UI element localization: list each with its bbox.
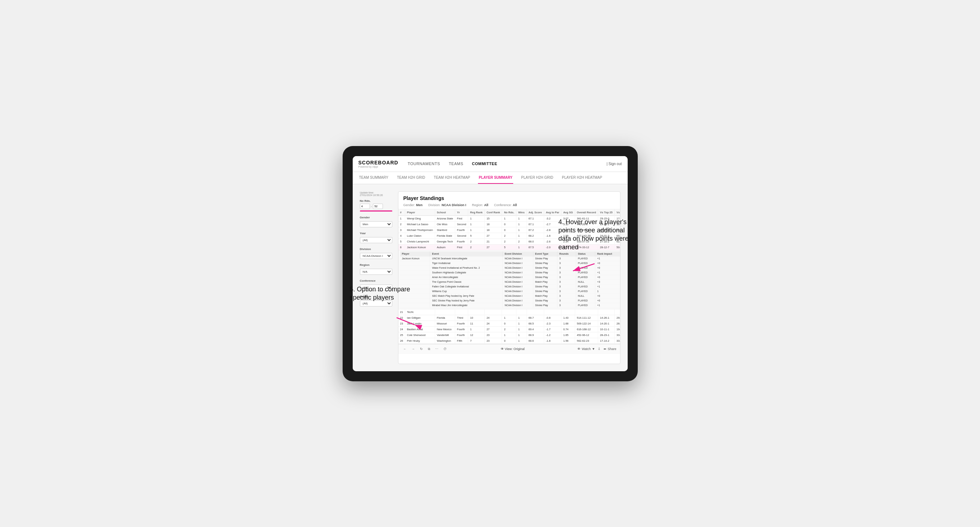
toolbar-refresh-btn[interactable]: ↻ — [418, 346, 424, 351]
year-select[interactable]: (All) — [360, 237, 392, 243]
logo-text: SCOREBOARD — [358, 160, 398, 165]
rds-to-input[interactable] — [373, 203, 383, 209]
gender-select[interactable]: Men — [360, 221, 392, 227]
app-header: SCOREBOARD Powered by clippi TOURNAMENTS… — [353, 156, 628, 172]
col-vs-top25: Vs Top 25 — [598, 210, 615, 216]
region-tag: Region: All — [472, 203, 488, 207]
filter-range-row: - — [360, 203, 392, 209]
sub-table-row-item: Tiger Invitational NCAA Division I Strok… — [400, 261, 620, 265]
sub-table: Player Event Event Division Event Type R… — [400, 251, 620, 308]
watch-btn[interactable]: 👁 Watch ▼ — [577, 347, 595, 351]
division-tag: Division: NCAA Division I — [428, 203, 466, 207]
range-fill — [360, 210, 392, 211]
sub-table-row-item: Williams Cup NCAA Division I Stroke Play… — [400, 289, 620, 294]
sub-table-row-item: SEC Match Play hosted by Jerry Pate NCAA… — [400, 294, 620, 298]
logo-sub: Powered by clippi — [358, 165, 398, 168]
region-select[interactable]: N/A — [360, 269, 392, 275]
view-icon: 👁 — [501, 347, 504, 351]
toolbar-view[interactable]: 👁 View: Original — [501, 347, 525, 351]
filter-no-rds: No Rds. - — [360, 199, 392, 211]
sub-table-row-item: Amer An Intercollegiate NCAA Division I … — [400, 275, 620, 279]
watch-icon: 👁 — [577, 347, 581, 351]
subnav-team-h2h-grid[interactable]: TEAM H2H GRID — [396, 172, 426, 184]
logo-area: SCOREBOARD Powered by clippi — [358, 160, 398, 168]
share-btn[interactable]: ⬅ Share — [603, 347, 616, 351]
col-yr: Yr — [455, 210, 468, 216]
division-select[interactable]: NCAA Division I — [360, 253, 392, 259]
filter-gender: Gender Men — [360, 216, 392, 227]
table-container: Player Standings Gender: Men Division: N… — [398, 191, 620, 364]
range-bar[interactable] — [360, 210, 392, 211]
sub-table-head: Player Event Event Division Event Type R… — [400, 251, 620, 257]
subnav-player-h2h-heatmap[interactable]: PLAYER H2H HEATMAP — [561, 172, 603, 184]
col-player: Player — [405, 210, 435, 216]
toolbar-clock-btn[interactable]: ⏱ — [442, 346, 448, 351]
filter-region: Region N/A — [360, 264, 392, 275]
right-annotation: 4. Hover over a player's points to see a… — [558, 218, 630, 252]
header-right: | Sign out — [606, 162, 622, 166]
download-icon: ⇩ — [598, 347, 601, 351]
toolbar-right: 👁 Watch ▼ ⇩ ⬅ Share — [577, 347, 616, 351]
col-avg-to-par: Avg to Par — [544, 210, 561, 216]
rds-from-input[interactable] — [360, 203, 370, 209]
filter-year: Year (All) — [360, 232, 392, 243]
tablet-frame: SCOREBOARD Powered by clippi TOURNAMENTS… — [343, 146, 638, 381]
share-icon: ⬅ — [603, 347, 606, 351]
col-avg-sg: Avg SG — [561, 210, 575, 216]
tablet-screen: SCOREBOARD Powered by clippi TOURNAMENTS… — [353, 156, 628, 371]
toolbar-more-btn[interactable]: ⋯ — [434, 346, 440, 351]
toolbar-back-btn[interactable]: ← — [402, 346, 408, 351]
download-btn[interactable]: ⇩ — [598, 347, 601, 351]
toolbar-copy-btn[interactable]: ⧉ — [426, 346, 431, 352]
toolbar: ← → ↻ ⧉ ⋯ ⏱ 👁 View: Original — [398, 344, 620, 354]
table-row: 22 Ian Gilligan Florida Third 10 24 1 1 … — [398, 315, 620, 321]
col-conf-rank: Conf Rank — [484, 210, 502, 216]
sub-table-row-item: Southern Highlands Collegiate NCAA Divis… — [400, 270, 620, 275]
sub-table-row-item: The Cypress Point Classic NCAA Division … — [400, 279, 620, 284]
watch-dropdown-icon: ▼ — [592, 347, 595, 351]
filters-sidebar: Update time: 27/01/2024 16:56:26 No Rds.… — [360, 191, 392, 364]
table-row: 26 Petr Hruby Washington Fifth 7 23 0 1 … — [398, 338, 620, 344]
update-time: Update time: 27/01/2024 16:56:26 — [360, 191, 392, 197]
sub-table-row-item: Mirabel Maui Jim Intercollegiate NCAA Di… — [400, 303, 620, 308]
table-row: 24 Bastien Amat New Mexico Fourth 1 27 2… — [398, 326, 620, 332]
table-row: 25 Cole Sherwood Vanderbilt Fourth 12 23… — [398, 332, 620, 338]
col-rank: # — [398, 210, 405, 216]
sub-table-body: Jackson Koivun UNCW Seahawk Intercollegi… — [400, 256, 620, 308]
subnav-player-h2h-grid[interactable]: PLAYER H2H GRID — [520, 172, 554, 184]
nav-committee[interactable]: COMMITTEE — [471, 160, 498, 167]
col-adj-score: Adj. Score — [527, 210, 544, 216]
sub-table-row-item: Wake Forest Invitational at Pinehurst No… — [400, 265, 620, 270]
sub-table-row-item: Fallen Oak Collegiate Invitational NCAA … — [400, 284, 620, 289]
sub-table-row-item: SEC Stroke Play hosted by Jerry Pate NCA… — [400, 298, 620, 303]
table-header-area: Player Standings Gender: Men Division: N… — [398, 192, 620, 210]
sub-nav: TEAM SUMMARY TEAM H2H GRID TEAM H2H HEAT… — [353, 172, 628, 184]
table-filters-row: Gender: Men Division: NCAA Division I Re… — [403, 203, 615, 207]
nav-teams[interactable]: TEAMS — [448, 160, 464, 167]
conference-tag: Conference: All — [494, 203, 517, 207]
sub-table-row-item: Jackson Koivun UNCW Seahawk Intercollegi… — [400, 256, 620, 261]
filter-division: Division NCAA Division I — [360, 248, 392, 259]
sub-table-row: Player Event Event Division Event Type R… — [398, 250, 620, 309]
toolbar-left: ← → ↻ ⧉ ⋯ ⏱ — [402, 346, 448, 352]
gender-tag: Gender: Men — [403, 203, 423, 207]
main-content: Update time: 27/01/2024 16:56:26 No Rds.… — [353, 184, 628, 371]
table-row: 21 Techl. — [398, 309, 620, 315]
col-wins: Wins — [516, 210, 527, 216]
nav-tournaments[interactable]: TOURNAMENTS — [407, 160, 441, 167]
subnav-player-summary[interactable]: PLAYER SUMMARY — [478, 172, 513, 184]
subnav-team-summary[interactable]: TEAM SUMMARY — [358, 172, 390, 184]
col-vs-top50: Vs Top 50 — [614, 210, 620, 216]
table-row: 23 Jack Lundin Missouri Fourth 11 24 0 1… — [398, 321, 620, 326]
table-title: Player Standings — [403, 195, 615, 201]
nav-items: TOURNAMENTS TEAMS COMMITTEE — [407, 160, 607, 167]
left-annotation: 5. Option to compare specific players — [350, 285, 415, 302]
subnav-team-h2h-heatmap[interactable]: TEAM H2H HEATMAP — [433, 172, 471, 184]
col-no-rds: No Rds. — [502, 210, 516, 216]
col-school: School — [435, 210, 455, 216]
sign-out-link[interactable]: | Sign out — [606, 162, 622, 166]
col-overall-record: Overall Record — [575, 210, 598, 216]
toolbar-forward-btn[interactable]: → — [410, 346, 417, 351]
table-head: # Player School Yr Reg Rank Conf Rank No… — [398, 210, 620, 216]
col-reg-rank: Reg Rank — [468, 210, 485, 216]
